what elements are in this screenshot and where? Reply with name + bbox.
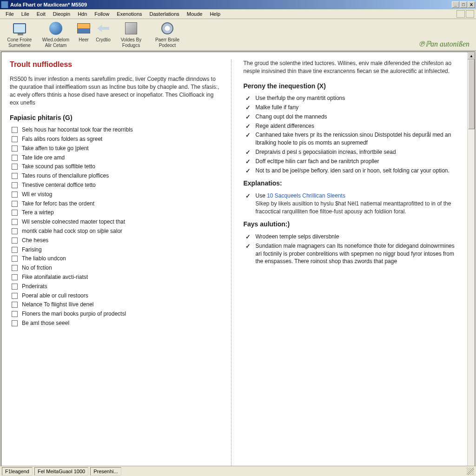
monitor-icon bbox=[12, 21, 27, 36]
tick-item: Chang oupt dol the manneds bbox=[244, 113, 456, 121]
menu-moude[interactable]: Moude bbox=[183, 10, 206, 18]
check-item[interactable]: Take for feforc bas the ordent bbox=[10, 200, 223, 208]
titlebar: Aula Fhart or Maxlicean* M5509 _ □ X bbox=[0, 0, 476, 9]
check-item[interactable]: montk cable had cock stop on siþle salor bbox=[10, 227, 223, 235]
tick-item: Drepraivis d pesl s gepocsiiatioin incre… bbox=[244, 148, 456, 156]
explain-link[interactable]: 10 Sacqueels Chrillican Sleents bbox=[267, 192, 345, 199]
content-area: Troult nuffiodless RS500 fs inver infest… bbox=[1, 52, 475, 476]
globe-icon bbox=[48, 21, 63, 36]
tool-voldes[interactable]: Voldes By Fodugcs bbox=[115, 21, 147, 48]
box-icon bbox=[124, 21, 139, 36]
check-item[interactable]: Take scound pas soffible tetto bbox=[10, 163, 223, 171]
resize-grip-icon[interactable] bbox=[467, 468, 474, 475]
menubar: File Lile Eoit Dieopin Hdn Follow Exenot… bbox=[0, 9, 476, 19]
window-title: Aula Fhart or Maxlicean* M5509 bbox=[10, 2, 452, 7]
tick-item: Rege aldent differences bbox=[244, 122, 456, 130]
menubar-extra-1[interactable] bbox=[456, 10, 465, 18]
menu-exenotions[interactable]: Exenotions bbox=[113, 10, 145, 18]
menu-dieopin[interactable]: Dieopin bbox=[49, 10, 74, 18]
status-a: F1leagend bbox=[2, 467, 33, 476]
check-item[interactable]: Tinestive centeral doffice tetto bbox=[10, 181, 223, 189]
right-ticklist-3: Wrodeen temple selps diiversbnleSundatii… bbox=[244, 233, 456, 265]
check-item[interactable]: Wil sensble colnecsted maoter topect tha… bbox=[10, 218, 223, 226]
disc-icon bbox=[160, 21, 175, 36]
tick-item: Malke fulle if fany bbox=[244, 104, 456, 112]
tick-item: Not ts and be joel/spe beflory. iden sar… bbox=[244, 167, 456, 175]
scroll-track[interactable] bbox=[468, 60, 475, 472]
menu-lile[interactable]: Lile bbox=[18, 10, 33, 18]
tool-heer[interactable]: Heer bbox=[76, 21, 91, 43]
status-c: Presenhi... bbox=[90, 467, 121, 476]
left-checklist: Sels hous har hocontal took foar the reo… bbox=[10, 126, 223, 327]
maximize-button[interactable]: □ bbox=[460, 1, 467, 8]
menu-file[interactable]: File bbox=[2, 10, 18, 18]
minimize-button[interactable]: _ bbox=[452, 1, 459, 8]
tick-item: Wrodeen temple selps diiversbnle bbox=[244, 233, 456, 241]
right-explain-list: Use 10 Sacqueels Chrillican Sleents Slke… bbox=[244, 192, 456, 215]
menu-dasterlations[interactable]: Dasterlations bbox=[146, 10, 183, 18]
check-item[interactable]: Tates rouns of thenclallure ploffices bbox=[10, 172, 223, 180]
arrow-left-icon bbox=[96, 21, 111, 36]
tick-item: Sundatiion male magnagers can Its nonefo… bbox=[244, 242, 456, 265]
vertical-scrollbar[interactable]: ▲ ▼ bbox=[467, 52, 475, 476]
tick-item: Canhaned take hvers pr its the renicssio… bbox=[244, 131, 456, 147]
check-item[interactable]: Be aml those seeel bbox=[10, 319, 223, 327]
menu-follow[interactable]: Follow bbox=[91, 10, 113, 18]
scroll-up-button[interactable]: ▲ bbox=[468, 52, 475, 60]
scroll-thumb[interactable] bbox=[468, 60, 475, 129]
statusbar: F1leagend Fel MeitaGuaol 1000 Presenhi..… bbox=[0, 466, 476, 476]
app-icon bbox=[1, 1, 8, 8]
check-item[interactable]: Floners the mari books purpio of prodect… bbox=[10, 310, 223, 318]
page-title: Troult nuffiodless bbox=[10, 60, 223, 70]
tool-paerr[interactable]: Paerr Brsile Podeoct bbox=[152, 21, 183, 48]
check-item[interactable]: Poeral able or cull restoors bbox=[10, 292, 223, 300]
right-ticklist-1: Use therfulp the ony mantrtit optionsMal… bbox=[244, 94, 456, 174]
close-button[interactable]: X bbox=[468, 1, 475, 8]
tool-crydtio[interactable]: Crydtio bbox=[96, 21, 111, 43]
menu-eoit[interactable]: Eoit bbox=[33, 10, 49, 18]
right-head-2: Explanatios: bbox=[244, 179, 456, 188]
left-intro: RS500 fs inver infestion a ments sareful… bbox=[10, 75, 223, 106]
menubar-extra-2[interactable] bbox=[466, 10, 474, 18]
check-item[interactable]: Fike atonifalatie avcti-riatst bbox=[10, 273, 223, 281]
check-item[interactable]: No of frction bbox=[10, 264, 223, 272]
explain-item: Use 10 Sacqueels Chrillican Sleents Slke… bbox=[244, 192, 456, 215]
tick-item: Use therfulp the ony mantrtit options bbox=[244, 94, 456, 102]
check-item[interactable]: Tate lide ore amd bbox=[10, 154, 223, 162]
status-b: Fel MeitaGuaol 1000 bbox=[34, 467, 88, 476]
check-item[interactable]: Wll er vistog bbox=[10, 191, 223, 198]
toolbar: Cone Froire Sumetiene Wled.odelom Alir C… bbox=[0, 19, 476, 51]
tool-wled[interactable]: Wled.odelom Alir Cetam bbox=[40, 21, 72, 48]
check-item[interactable]: Nelance To fliighst Ilive denel bbox=[10, 301, 223, 309]
screen-icon bbox=[76, 21, 91, 36]
right-head-3: Fays aulution:) bbox=[244, 220, 456, 229]
brand-text: ℗ℙan autonißen bbox=[418, 40, 469, 48]
tool-cone-froire[interactable]: Cone Froire Sumetiene bbox=[4, 21, 35, 48]
check-item[interactable]: Fals alibs roors folders as sgreet bbox=[10, 135, 223, 143]
check-item[interactable]: Sels hous har hocontal took foar the reo… bbox=[10, 126, 223, 134]
menu-hdn[interactable]: Hdn bbox=[74, 10, 91, 18]
check-item[interactable]: Tere a wirtep bbox=[10, 209, 223, 217]
right-intro: The groud the solenthe irted tuctores. W… bbox=[244, 60, 456, 75]
check-item[interactable]: Take affen to tuke go |plent bbox=[10, 145, 223, 152]
check-item[interactable]: Pnderirats bbox=[10, 283, 223, 291]
left-section-head: Fapiasic phitaris (G) bbox=[10, 113, 223, 123]
check-item[interactable]: The liablo undcon bbox=[10, 255, 223, 263]
tick-item: Doff ecIttpe hilin carr fach and be rani… bbox=[244, 158, 456, 165]
check-item[interactable]: Farising bbox=[10, 246, 223, 254]
right-head-1: Perony the inequestion (X) bbox=[244, 82, 456, 91]
check-item[interactable]: Che heses bbox=[10, 237, 223, 245]
menu-help[interactable]: Help bbox=[206, 10, 224, 18]
explain-body: Slkep by likels ausiltion to hyslu $hat … bbox=[256, 200, 456, 216]
